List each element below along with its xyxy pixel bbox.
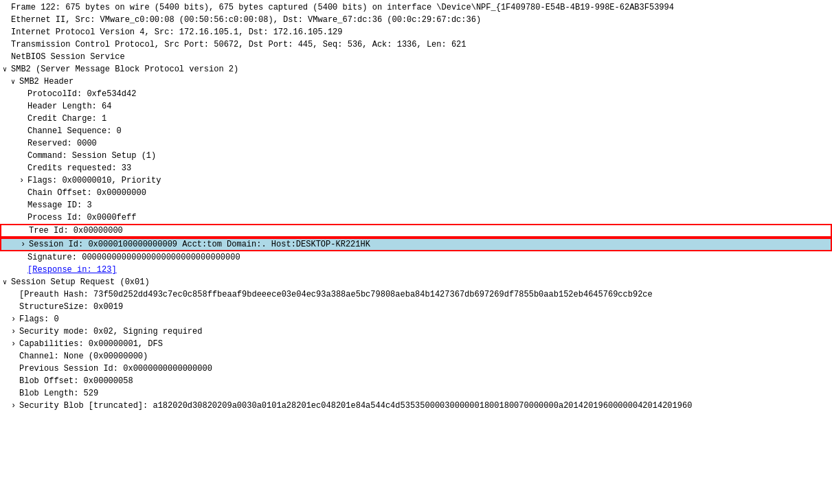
line-text-sessionsetup: Session Setup Request (0x01) xyxy=(11,277,150,287)
packet-line-preauthash[interactable]: [Preauth Hash: 73f50d252dd493c7ec0c858ff… xyxy=(0,288,832,301)
packet-line-ip[interactable]: Internet Protocol Version 4, Src: 172.16… xyxy=(0,26,832,38)
line-text-channelseq: Channel Sequence: 0 xyxy=(27,126,122,136)
packet-line-flags[interactable]: Flags: 0x00000010, Priority xyxy=(0,174,832,187)
packet-line-protocolid[interactable]: ProtocolId: 0xfe534d42 xyxy=(0,88,832,100)
line-text-flagsfield: Flags: 0 xyxy=(19,314,59,324)
packet-line-command[interactable]: Command: Session Setup (1) xyxy=(0,150,832,162)
line-text-creditcharge: Credit Charge: 1 xyxy=(27,114,106,124)
packet-line-smb2header[interactable]: SMB2 Header xyxy=(0,76,832,88)
line-text-capabilities: Capabilities: 0x00000001, DFS xyxy=(19,339,163,349)
packet-line-responsein[interactable]: [Response in: 123] xyxy=(0,264,832,276)
expander-flags[interactable] xyxy=(19,176,27,185)
packet-line-flagsfield[interactable]: Flags: 0 xyxy=(0,313,832,325)
line-text-frame: Frame 122: 675 bytes on wire (5400 bits)… xyxy=(11,3,674,12)
line-text-headerlen: Header Length: 64 xyxy=(27,102,111,111)
line-text-reserved: Reserved: 0000 xyxy=(27,139,97,148)
expander-smb2[interactable] xyxy=(3,65,11,74)
line-text-chainoffset: Chain Offset: 0x00000000 xyxy=(27,188,146,198)
line-text-tcp: Transmission Control Protocol, Src Port:… xyxy=(11,40,466,49)
line-text-structsize: StructureSize: 0x0019 xyxy=(19,302,123,312)
packet-line-headerlen[interactable]: Header Length: 64 xyxy=(0,100,832,113)
line-text-smb2: SMB2 (Server Message Block Protocol vers… xyxy=(11,65,238,74)
line-text-netbios: NetBIOS Session Service xyxy=(11,52,125,62)
packet-line-signature[interactable]: Signature: 00000000000000000000000000000… xyxy=(0,251,832,264)
expander-secmode[interactable] xyxy=(11,327,19,336)
line-text-responsein: [Response in: 123] xyxy=(27,265,117,275)
line-text-channel: Channel: None (0x00000000) xyxy=(19,352,148,361)
packet-line-eth[interactable]: Ethernet II, Src: VMware_c0:00:08 (00:50… xyxy=(0,14,832,26)
packet-line-netbios[interactable]: NetBIOS Session Service xyxy=(0,51,832,63)
packet-tree: Frame 122: 675 bytes on wire (5400 bits)… xyxy=(0,0,832,413)
line-text-smb2header: SMB2 Header xyxy=(19,77,74,87)
expander-flagsfield[interactable] xyxy=(11,314,19,324)
packet-line-capabilities[interactable]: Capabilities: 0x00000001, DFS xyxy=(0,338,832,350)
line-text-flags: Flags: 0x00000010, Priority xyxy=(27,176,161,185)
line-text-eth: Ethernet II, Src: VMware_c0:00:08 (00:50… xyxy=(11,15,481,25)
packet-line-structsize[interactable]: StructureSize: 0x0019 xyxy=(0,301,832,313)
expander-smb2header[interactable] xyxy=(11,77,19,87)
packet-line-secblob[interactable]: Security Blob [truncated]: a182020d30820… xyxy=(0,400,832,412)
line-text-secmode: Security mode: 0x02, Signing required xyxy=(19,327,202,336)
packet-line-channelseq[interactable]: Channel Sequence: 0 xyxy=(0,125,832,137)
packet-line-credits[interactable]: Credits requested: 33 xyxy=(0,162,832,174)
packet-line-secmode[interactable]: Security mode: 0x02, Signing required xyxy=(0,325,832,338)
line-text-credits: Credits requested: 33 xyxy=(27,163,131,173)
packet-line-bloblength[interactable]: Blob Length: 529 xyxy=(0,387,832,400)
packet-line-channel[interactable]: Channel: None (0x00000000) xyxy=(0,350,832,363)
packet-line-bloboffset[interactable]: Blob Offset: 0x00000058 xyxy=(0,375,832,387)
packet-line-frame[interactable]: Frame 122: 675 bytes on wire (5400 bits)… xyxy=(0,1,832,14)
packet-line-treeid[interactable]: Tree Id: 0x00000000 xyxy=(0,224,832,238)
expander-sessionsetup[interactable] xyxy=(3,277,11,287)
line-text-messageid: Message ID: 3 xyxy=(27,201,92,210)
line-text-treeid: Tree Id: 0x00000000 xyxy=(29,226,123,236)
line-text-ip: Internet Protocol Version 4, Src: 172.16… xyxy=(11,27,342,37)
expander-secblob[interactable] xyxy=(11,401,19,411)
packet-line-prevsessionid[interactable]: Previous Session Id: 0x0000000000000000 xyxy=(0,363,832,375)
packet-line-tcp[interactable]: Transmission Control Protocol, Src Port:… xyxy=(0,38,832,51)
packet-line-smb2[interactable]: SMB2 (Server Message Block Protocol vers… xyxy=(0,63,832,76)
packet-line-messageid[interactable]: Message ID: 3 xyxy=(0,199,832,211)
line-text-protocolid: ProtocolId: 0xfe534d42 xyxy=(27,89,136,99)
line-text-signature: Signature: 00000000000000000000000000000… xyxy=(27,253,240,262)
line-text-bloblength: Blob Length: 529 xyxy=(19,389,98,398)
expander-sessionid[interactable] xyxy=(21,240,29,249)
packet-line-creditcharge[interactable]: Credit Charge: 1 xyxy=(0,113,832,125)
line-text-sessionid: Session Id: 0x0000100000000009 Acct:tom … xyxy=(29,240,370,249)
expander-capabilities[interactable] xyxy=(11,339,19,349)
packet-line-sessionid[interactable]: Session Id: 0x0000100000000009 Acct:tom … xyxy=(0,238,832,251)
packet-line-chainoffset[interactable]: Chain Offset: 0x00000000 xyxy=(0,187,832,199)
line-text-processid: Process Id: 0x0000feff xyxy=(27,213,136,222)
line-text-prevsessionid: Previous Session Id: 0x0000000000000000 xyxy=(19,364,212,374)
packet-line-sessionsetup[interactable]: Session Setup Request (0x01) xyxy=(0,276,832,288)
packet-line-reserved[interactable]: Reserved: 0000 xyxy=(0,137,832,150)
line-text-command: Command: Session Setup (1) xyxy=(27,151,156,161)
line-text-bloboffset: Blob Offset: 0x00000058 xyxy=(19,376,133,386)
line-text-preauthash: [Preauth Hash: 73f50d252dd493c7ec0c858ff… xyxy=(19,290,653,299)
line-text-secblob: Security Blob [truncated]: a182020d30820… xyxy=(19,401,692,411)
packet-line-processid[interactable]: Process Id: 0x0000feff xyxy=(0,211,832,224)
